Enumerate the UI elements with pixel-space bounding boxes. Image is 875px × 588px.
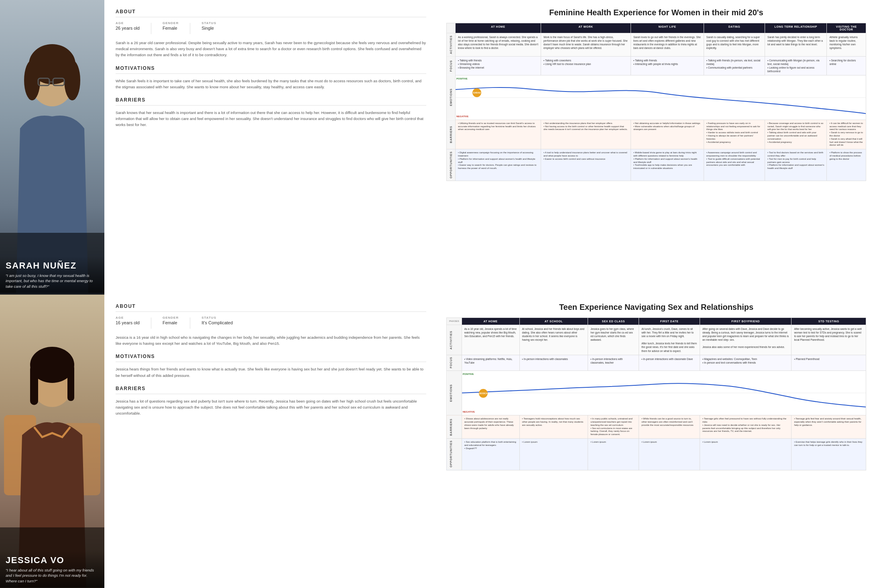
sarah-activity-work: Work is the main focus of Sarah's life. …: [541, 33, 631, 57]
sarah-opp-home: • Digital awareness campaign focusing on…: [456, 149, 541, 181]
svg-rect-16: [67, 365, 74, 401]
sarah-opp-doctor: • Platform to show the process of medica…: [827, 149, 866, 181]
jessica-barriers-title: BARRIERS: [116, 386, 426, 394]
sarah-focus-doctor: • Searching for doctors online: [827, 56, 866, 75]
sarah-photo-section: SARAH NUÑEZ "I am just so busy, I know t…: [0, 0, 104, 295]
jessica-opp-home: • Sex education platform that is both en…: [462, 438, 519, 470]
jessica-info: ABOUT AGE 16 years old GENDER Female STA…: [104, 295, 438, 588]
jessica-about-section: ABOUT AGE 16 years old GENDER Female STA…: [116, 303, 426, 346]
jessica-phase-sexed: SEX ED CLASS: [588, 318, 639, 325]
jessica-age: AGE 16 years old: [116, 316, 140, 325]
jessica-motivations-text: Jessica hears things from her friends an…: [116, 366, 426, 378]
jessica-activity-school: At school, Jessica and her friends talk …: [519, 325, 588, 355]
sarah-focus-dating: • Talking with friends (in-person, via t…: [704, 56, 765, 75]
jessica-focus-school: • In-person interactions with classmates: [519, 355, 588, 371]
jessica-opp-boyfriend: • Lorem ipsum: [700, 438, 791, 470]
barriers-row-label: BARRIERS: [447, 120, 456, 149]
jessica-emotion-chart: POSITIVE NEGATIVE JESSICA: [462, 371, 866, 415]
sarah-opp-longterm: • Tool to find doctors based on the serv…: [765, 149, 827, 181]
jessica-persona-panel: JESSICA VO "I hear about all of this stu…: [0, 295, 438, 588]
sarah-activity-longterm: Sarah has jointly decided to enter a lon…: [765, 33, 827, 57]
jessica-stats: AGE 16 years old GENDER Female STATUS It…: [116, 316, 426, 329]
sarah-activity-night: Sarah loves to go out with her friends i…: [631, 33, 704, 57]
jessica-opp-school: • Lorem ipsum: [519, 438, 588, 470]
sarah-phase-longterm: LONG TERM RELATIONSHIP: [765, 23, 827, 33]
sarah-barriers-title: BARRIERS: [116, 97, 426, 106]
jessica-focus-boyfriend: • Magazines and websites: Cosmopolitan, …: [700, 355, 791, 371]
jessica-focus-sexed: • In-person interactions with classmates…: [588, 355, 639, 371]
sarah-persona-panel: SARAH NUÑEZ "I am just so busy, I know t…: [0, 0, 438, 295]
sarah-activity-home: As a working professional, Sarah is alwa…: [456, 33, 541, 57]
sarah-opp-night: • Mobile-based trivia game to play at ba…: [631, 149, 704, 181]
jessica-phase-firstdate: FIRST DATE: [639, 318, 700, 325]
jessica-phase-std: STD TESTING: [792, 318, 866, 325]
sarah-focus-night: • Talking with friends• Interacting with…: [631, 56, 704, 75]
jessica-opp-std: • Exercise that helps teenage girls iden…: [792, 438, 866, 470]
jessica-motivations-section: MOTIVATIONS Jessica hears things from he…: [116, 354, 426, 378]
jessica-focus-label: FOCUS: [447, 355, 462, 371]
jessica-barrier-sexed: • In many public schools, untrained and …: [588, 415, 639, 439]
sarah-barrier-home: • Utilizing friends and tv as trusted re…: [456, 120, 541, 149]
emotions-label: EMOTIONS: [447, 75, 456, 120]
jessica-description: Jessica is a 16 year old in high school …: [116, 334, 426, 346]
sarah-focus-work: • Talking with coworkers• Using HR tool …: [541, 56, 631, 75]
jessica-status: STATUS It's Complicated: [201, 316, 233, 325]
sarah-illustration: [0, 0, 104, 293]
svg-rect-15: [30, 365, 38, 405]
jessica-phase-school: AT SCHOOL: [519, 318, 588, 325]
jessica-emotion-badge: JESSICA: [479, 389, 488, 398]
sarah-barriers-section: BARRIERS Sarah knows that her sexual hea…: [116, 97, 426, 128]
jessica-barriers-text: Jessica has a lot of questions regarding…: [116, 398, 426, 417]
sarah-barrier-night: • Not obtaining accurate or helpful info…: [631, 120, 704, 149]
jessica-barrier-school: • Teenagers hold misconceptions about ho…: [519, 415, 588, 439]
sarah-phase-home: AT HOME: [456, 23, 541, 33]
jessica-phase-boyfriend: FIRST BOYFRIEND: [700, 318, 791, 325]
sarah-phase-work: AT WORK: [541, 23, 631, 33]
sarah-motivations-text: While Sarah feels it is important to tak…: [116, 78, 426, 90]
sarah-journey-title: Feminine Health Experience for Women in …: [446, 8, 866, 17]
sarah-name: SARAH NUÑEZ: [6, 261, 99, 271]
jessica-activity-sexed: Jessica goes to her gym class, where her…: [588, 325, 639, 355]
jessica-barrier-std: • Teenage girls feel fear and anxiety ar…: [792, 415, 866, 439]
jessica-about-title: ABOUT: [116, 303, 426, 312]
focus-label: FOCUS: [447, 56, 456, 75]
jessica-activity-std: After becoming sexually active, Jessica …: [792, 325, 866, 355]
sarah-emotion-badge: SARAH: [472, 88, 481, 97]
sarah-about-title: ABOUT: [116, 9, 426, 17]
jessica-journey-table: PHASES AT HOME AT SCHOOL SEX ED CLASS FI…: [446, 317, 866, 470]
jessica-activity-home: As a 16 year old, Jessica spends a lot o…: [462, 325, 519, 355]
jessica-opp-sexed: • Lorem ipsum: [588, 438, 639, 470]
sarah-focus-longterm: • Communicating with Morgan (in-person, …: [765, 56, 827, 75]
sarah-activity-dating: Sarah is casually dating, searching for …: [704, 33, 765, 57]
sarah-journey-table: AT HOME AT WORK NIGHT LIFE DATING LONG T…: [446, 23, 866, 181]
jessica-photo-section: JESSICA VO "I hear about all of this stu…: [0, 295, 104, 588]
sarah-opp-dating: • Awareness campaign around birth contro…: [704, 149, 765, 181]
sarah-activity-doctor: Athlete gradually returns back to regula…: [827, 33, 866, 57]
sarah-description: Sarah is a 26 year old career profession…: [116, 40, 426, 58]
jessica-barrier-home: • Shows about adolescence are not really…: [462, 415, 519, 439]
sarah-barriers-text: Sarah knows that her sexual health is im…: [116, 110, 426, 128]
jessica-motivations-title: MOTIVATIONS: [116, 354, 426, 362]
jessica-barrier-boyfriend: • Teenage girls often feel pressured to …: [700, 415, 791, 439]
jessica-activity-boyfriend: After going on several dates with Dave, …: [700, 325, 791, 355]
sarah-emotion-svg: [456, 75, 866, 120]
sarah-gender: GENDER Female: [163, 21, 179, 31]
sarah-opp-work: • A tool to help understand insurance pl…: [541, 149, 631, 181]
jessica-emotions-label: EMOTIONS: [447, 371, 462, 415]
jessica-focus-firstdate: • In-person interactions with classmate …: [639, 355, 700, 371]
sarah-age: AGE 26 years old: [116, 21, 140, 31]
sarah-name-overlay: SARAH NUÑEZ "I am just so busy, I know t…: [0, 256, 104, 295]
jessica-name-overlay: JESSICA VO "I hear about all of this stu…: [0, 551, 104, 588]
jessica-focus-std: • Planned Parenthood: [792, 355, 866, 371]
svg-point-4: [64, 60, 80, 100]
jessica-activities-label: ACTIVITIES: [447, 325, 462, 355]
sarah-barrier-doctor: • It can be difficult for women to acces…: [827, 120, 866, 149]
opportunities-row-label: OPPORTUNITIES: [447, 149, 456, 181]
sarah-stats: AGE 26 years old GENDER Female STATUS Si…: [116, 21, 426, 34]
jessica-quote: "I hear about all of this stuff going on…: [6, 568, 99, 584]
jessica-journey-panel: Teen Experience Navigating Sex and Relat…: [438, 295, 875, 588]
jessica-activity-firstdate: At lunch, Jessica's crush, Dave, comes t…: [639, 325, 700, 355]
activities-label: ACTIVITIES: [447, 33, 456, 57]
jessica-illustration: [0, 295, 104, 588]
sarah-phase-doctor: VISITING THE DOCTOR: [827, 23, 866, 33]
